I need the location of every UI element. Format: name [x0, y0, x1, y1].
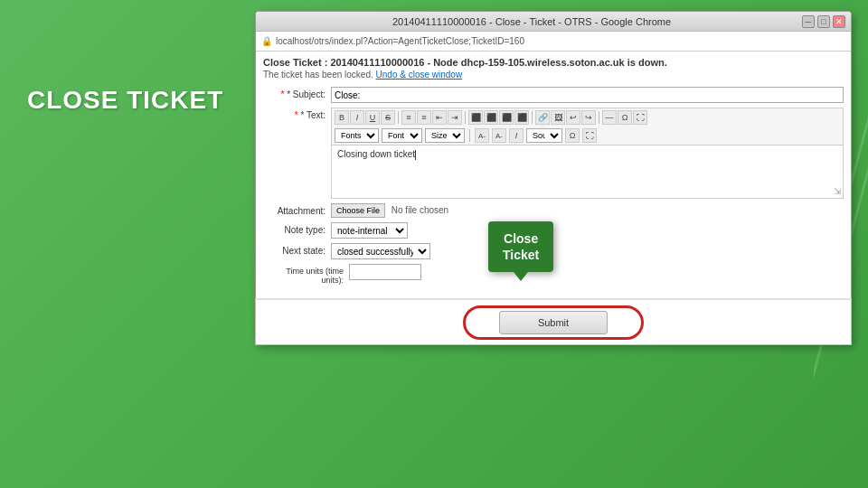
undo-link[interactable]: Undo & close window: [376, 70, 463, 80]
align-center-icon[interactable]: ⬛: [484, 110, 498, 125]
subject-input[interactable]: [331, 87, 844, 103]
attachment-control: Choose File No file chosen: [331, 203, 844, 218]
attachment-label: Attachment:: [263, 203, 331, 216]
time-units-control: [349, 264, 844, 280]
underline-icon[interactable]: U: [365, 110, 380, 125]
submit-area: Submit: [255, 298, 852, 345]
special-char-icon[interactable]: Ω: [618, 110, 632, 125]
indent-icon[interactable]: ⇥: [448, 110, 462, 125]
text-label: * * Text:: [263, 108, 331, 120]
format-separator: [469, 129, 470, 142]
window-controls: ─ □ ✕: [802, 15, 845, 28]
choose-file-button[interactable]: Choose File: [331, 203, 385, 218]
outdent-icon[interactable]: ⇤: [432, 110, 447, 125]
submit-button[interactable]: Submit: [499, 311, 608, 334]
format-bar: Fonts Font Size A- A- I Source Ω: [331, 127, 844, 145]
align-right-icon[interactable]: ⬛: [499, 110, 514, 125]
submit-oval: Submit: [463, 305, 644, 340]
attachment-row: Attachment: Choose File No file chosen: [263, 203, 844, 218]
text-cursor: [415, 150, 416, 160]
bold-icon[interactable]: B: [335, 110, 349, 125]
ticket-header: Close Ticket : 20140411110000016 - Node …: [263, 57, 844, 68]
bg-color-icon[interactable]: A-: [492, 128, 506, 143]
insert-link-icon[interactable]: 🔗: [535, 110, 550, 125]
text-row: * * Text: B I U S ≡ ≡ ⇤ ⇥ ⬛ ⬛: [263, 108, 844, 199]
redo-icon[interactable]: ↪: [581, 110, 596, 125]
next-state-select[interactable]: closed successfully closed unsuccessful: [331, 243, 430, 259]
font-color-icon[interactable]: A-: [475, 128, 489, 143]
time-units-label: Time units (time units):: [263, 264, 349, 285]
lock-notice: The ticket has been locked.: [263, 70, 376, 80]
close-ticket-tooltip-text: CloseTicket: [503, 231, 539, 262]
address-bar: 🔒 localhost/otrs/index.pl?Action=AgentTi…: [256, 32, 851, 52]
restore-button[interactable]: □: [817, 15, 830, 28]
font-select[interactable]: Font: [382, 128, 422, 143]
size-select[interactable]: Size: [425, 128, 465, 143]
insert-image-icon[interactable]: 🖼: [551, 110, 565, 125]
fonts-select[interactable]: Fonts: [335, 128, 379, 143]
resize-handle[interactable]: ⇲: [834, 186, 841, 196]
toolbar-separator-3: [532, 111, 533, 124]
source-select[interactable]: Source: [526, 128, 562, 143]
title-bar: 20140411110000016 - Close - Ticket - OTR…: [256, 12, 851, 32]
fullscreen-icon[interactable]: ⛶: [633, 110, 647, 125]
subject-label: * * Subject:: [263, 87, 331, 99]
maximize-icon[interactable]: ⛶: [582, 128, 597, 143]
next-state-control: closed successfully closed unsuccessful: [331, 243, 844, 259]
special-icon[interactable]: Ω: [565, 128, 580, 143]
toolbar-separator-1: [398, 111, 399, 124]
editor-toolbar: B I U S ≡ ≡ ⇤ ⇥ ⬛ ⬛ ⬛ ⬛ 🔗 🖼: [331, 108, 844, 127]
ticket-subheader: The ticket has been locked. Undo & close…: [263, 70, 844, 80]
close-ticket-tooltip: CloseTicket: [488, 221, 553, 272]
editor-text: Closing down ticket: [337, 149, 837, 160]
subject-field-container: [331, 87, 844, 103]
align-justify-icon[interactable]: ⬛: [514, 110, 529, 125]
note-type-select[interactable]: note-internal note-external: [331, 222, 408, 239]
next-state-label: Next state:: [263, 243, 331, 256]
minimize-button[interactable]: ─: [802, 15, 815, 28]
ordered-list-icon[interactable]: ≡: [417, 110, 431, 125]
unordered-list-icon[interactable]: ≡: [401, 110, 416, 125]
italic-icon[interactable]: I: [350, 110, 364, 125]
page-icon: 🔒: [261, 36, 272, 46]
address-text: localhost/otrs/index.pl?Action=AgentTick…: [276, 36, 524, 46]
text-editor[interactable]: Closing down ticket ⇲: [331, 145, 844, 199]
note-type-control: note-internal note-external: [331, 222, 844, 239]
browser-window: 20140411110000016 - Close - Ticket - OTR…: [255, 11, 852, 345]
note-type-label: Note type:: [263, 222, 331, 235]
undo-icon[interactable]: ↩: [566, 110, 580, 125]
align-left-icon[interactable]: ⬛: [468, 110, 483, 125]
time-units-input[interactable]: [349, 264, 421, 280]
strikethrough-icon[interactable]: S: [381, 110, 395, 125]
text-editor-container: B I U S ≡ ≡ ⇤ ⇥ ⬛ ⬛ ⬛ ⬛ 🔗 🖼: [331, 108, 844, 199]
browser-title: 20140411110000016 - Close - Ticket - OTR…: [261, 16, 802, 27]
toolbar-separator-2: [465, 111, 466, 124]
toolbar-separator-4: [599, 111, 599, 124]
page-heading: CLOSE TICKET: [27, 86, 223, 115]
hr-icon[interactable]: —: [602, 110, 617, 125]
subject-row: * * Subject:: [263, 87, 844, 103]
no-file-text: No file chosen: [392, 205, 448, 215]
close-window-button[interactable]: ✕: [833, 15, 845, 28]
italic-format-icon[interactable]: I: [509, 128, 524, 143]
